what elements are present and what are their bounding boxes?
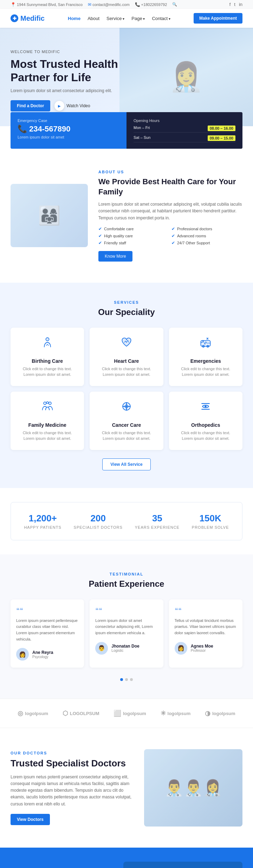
nav-contact[interactable]: Contact xyxy=(152,16,170,21)
svg-rect-2 xyxy=(201,340,210,346)
service-card-birthing[interactable]: Birthing Care Click edit to change this … xyxy=(11,328,84,386)
stat-0: 1,200+ HAPPY PATIENTS xyxy=(24,513,61,529)
testimonial-author-2: 👩 Agnes Moe Professor xyxy=(175,642,237,655)
stat-number-2: 35 xyxy=(135,513,180,524)
about-section: 👨‍👩‍👧 ABOUT US We Provide Best Health Ca… xyxy=(0,149,253,283)
hours-row-2: Sat – Sun 09.00 – 15.00 xyxy=(134,134,235,142)
service-card-ortho[interactable]: Orthopedics Click edit to change this te… xyxy=(169,392,242,450)
watch-video-button[interactable]: ▶ Watch Video xyxy=(54,101,90,111)
service-desc-3: Click edit to change this text. Lorem ip… xyxy=(17,430,78,442)
service-desc-5: Click edit to change this text. Lorem ip… xyxy=(175,430,236,442)
testimonial-0: ❝❝ Lorem ipsum praesent pellentesque cur… xyxy=(11,599,84,668)
play-icon: ▶ xyxy=(54,101,64,111)
check-4: ✔Friendly staff xyxy=(98,240,169,245)
service-name-2: Emergencies xyxy=(175,358,236,364)
author-role-1: Logistic xyxy=(111,649,139,652)
hero-section: WELCOME TO MEDIFIC Most Trusted Health P… xyxy=(0,28,253,126)
service-card-heart[interactable]: Heart Care Click edit to change this tex… xyxy=(90,328,163,386)
email-item: ✉ contact@medific.com xyxy=(88,2,129,7)
family-icon xyxy=(17,400,78,419)
find-doctor-button[interactable]: Find a Doctor xyxy=(11,100,50,111)
check-icon-0: ✔ xyxy=(98,226,102,231)
quote-icon-2: ❝❝ xyxy=(175,606,237,614)
testimonials-header: TESTIMONIAL Patient Experience xyxy=(11,572,242,589)
quote-icon-1: ❝❝ xyxy=(95,606,157,614)
address-item: 📍 1944 Sunnymead Blvd, San Francisco xyxy=(11,2,83,7)
about-tag: ABOUT US xyxy=(98,170,242,174)
know-more-button[interactable]: Know More xyxy=(98,251,132,262)
search-icon[interactable]: 🔍 xyxy=(172,2,177,7)
instagram-icon[interactable]: in xyxy=(239,2,242,7)
emergency-sub: Lorem ipsum dolor sit amet xyxy=(18,135,119,139)
nav-service[interactable]: Service xyxy=(106,16,124,21)
service-name-0: Birthing Care xyxy=(17,358,78,364)
facebook-icon[interactable]: f xyxy=(229,2,231,7)
dot-2[interactable] xyxy=(130,678,133,681)
partners-row: ◎ logolpsum ⬡ LOGOLPSUM ⬜ logolpsum ✳ lo… xyxy=(11,709,242,717)
partner-icon-2: ⬜ xyxy=(113,709,121,717)
testimonial-text-0: Lorem ipsum praesent pellentesque curabi… xyxy=(16,618,78,642)
hero-buttons: Find a Doctor ▶ Watch Video xyxy=(11,100,130,111)
heart-icon xyxy=(96,336,157,355)
nav-page[interactable]: Page xyxy=(131,16,145,21)
check-3: ✔Advanced rooms xyxy=(171,233,242,238)
stat-number-3: 150K xyxy=(192,513,229,524)
testimonials-title: Patient Experience xyxy=(11,579,242,589)
services-grid: Birthing Care Click edit to change this … xyxy=(11,328,242,450)
stats-section: 1,200+ HAPPY PATIENTS 200 SPECIALIST DOC… xyxy=(0,488,253,554)
service-name-1: Heart Care xyxy=(96,358,157,364)
nav-links: Home About Service Page Contact xyxy=(68,16,170,21)
stat-label-2: YEARS EXPERIENCE xyxy=(135,525,180,529)
hours-card: Opening Hours Mon – Fri 08.00 – 16.00 Sa… xyxy=(126,112,242,149)
partners-section: ◎ logolpsum ⬡ LOGOLPSUM ⬜ logolpsum ✳ lo… xyxy=(0,699,253,728)
hero-image: 👩‍⚕️ xyxy=(119,28,253,126)
partner-1: ⬡ LOGOLPSUM xyxy=(63,709,99,717)
twitter-icon[interactable]: t xyxy=(234,2,235,7)
doctors-content: OUR DOCTORS Trusted Specialist Doctors L… xyxy=(11,751,134,825)
about-image: 👨‍👩‍👧 xyxy=(11,184,88,247)
partner-icon-1: ⬡ xyxy=(63,709,68,717)
service-name-3: Family Medicine xyxy=(17,422,78,428)
nav-home[interactable]: Home xyxy=(68,16,80,21)
doctor-image-placeholder: 👩‍⚕️ xyxy=(119,28,253,126)
services-title: Our Speciality xyxy=(11,307,242,317)
svg-point-6 xyxy=(48,402,51,404)
make-appointment-button[interactable]: Make Appointment xyxy=(194,13,242,24)
check-2: ✔High quality care xyxy=(98,233,169,238)
about-checks: ✔Comfortable care ✔Professional doctors … xyxy=(98,226,242,245)
appointment-section: ✉ contact@medific.com 📞 +8012345678 🕐 Mo… xyxy=(0,848,253,868)
check-0: ✔Comfortable care xyxy=(98,226,169,231)
about-img-placeholder: 👨‍👩‍👧 xyxy=(11,184,88,247)
emergency-svc-icon xyxy=(175,336,236,355)
view-all-services-button[interactable]: View All Service xyxy=(102,458,150,470)
service-desc-2: Click edit to change this text. Lorem ip… xyxy=(175,366,236,378)
testimonial-cards: ❝❝ Lorem ipsum praesent pellentesque cur… xyxy=(11,599,242,668)
testimonial-author-0: 👩 Ane Reyra Psycology xyxy=(16,648,78,661)
author-name-1: Jhonatan Doe xyxy=(111,644,139,649)
view-doctors-button[interactable]: View Doctors xyxy=(11,814,50,825)
service-card-cancer[interactable]: Cancer Care Click edit to change this te… xyxy=(90,392,163,450)
doctors-section: OUR DOCTORS Trusted Specialist Doctors L… xyxy=(0,728,253,848)
author-info-0: Ane Reyra Psycology xyxy=(32,650,53,659)
check-icon-4: ✔ xyxy=(98,240,102,245)
service-card-family[interactable]: Family Medicine Click edit to change thi… xyxy=(11,392,84,450)
emergency-label: Emergency Case xyxy=(18,118,119,123)
cancer-icon xyxy=(96,400,157,419)
testimonial-text-1: Lorem ipsum dolor sit amet consectetur a… xyxy=(95,618,157,636)
check-1: ✔Professional doctors xyxy=(171,226,242,231)
nav-about[interactable]: About xyxy=(87,16,99,21)
service-card-emergency[interactable]: Emergencies Click edit to change this te… xyxy=(169,328,242,386)
testimonial-author-1: 👨 Jhonatan Doe Logistic xyxy=(95,642,157,655)
dot-0[interactable] xyxy=(120,678,123,681)
svg-point-7 xyxy=(46,401,48,403)
testimonial-text-2: Tellus ut volutpat tincidunt morbius pra… xyxy=(175,618,237,636)
emergency-card: Emergency Case 📞 234-567890 Lorem ipsum … xyxy=(11,112,126,149)
hero-content: WELCOME TO MEDIFIC Most Trusted Health P… xyxy=(11,50,130,112)
testimonial-2: ❝❝ Tellus ut volutpat tincidunt morbius … xyxy=(169,599,242,668)
topbar: 📍 1944 Sunnymead Blvd, San Francisco ✉ c… xyxy=(0,0,253,9)
author-info-2: Agnes Moe Professor xyxy=(191,644,213,652)
testimonial-1: ❝❝ Lorem ipsum dolor sit amet consectetu… xyxy=(90,599,163,668)
check-icon-1: ✔ xyxy=(171,226,175,231)
dot-1[interactable] xyxy=(125,678,128,681)
topbar-left: 📍 1944 Sunnymead Blvd, San Francisco ✉ c… xyxy=(11,2,177,7)
